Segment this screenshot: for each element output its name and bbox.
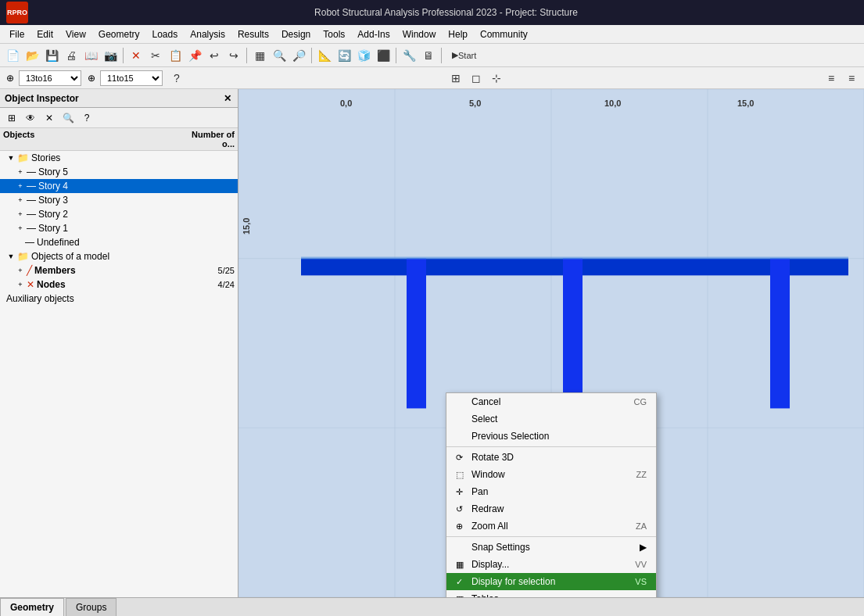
menu-edit[interactable]: Edit xyxy=(30,27,59,41)
tree-item-aux[interactable]: Auxiliary objects xyxy=(0,292,238,306)
ctx-zoom-all[interactable]: ⊕ Zoom All ZA xyxy=(446,518,656,535)
tb-delete[interactable]: ✕ xyxy=(127,46,145,65)
tree-item-story2[interactable]: + — Story 2 xyxy=(0,207,238,221)
expander-members[interactable]: + xyxy=(16,266,25,275)
tb-extra2[interactable]: ≡ xyxy=(842,69,861,88)
tb-display[interactable]: 🖥 xyxy=(419,46,438,65)
tb-cut[interactable]: ✂ xyxy=(146,46,165,65)
insp-tb-search[interactable]: 🔍 xyxy=(59,110,77,126)
context-menu: Cancel CG Select Previous Selection ⟳ Ro… xyxy=(446,392,657,597)
tb-view3d[interactable]: 🧊 xyxy=(354,46,373,65)
tb-paste[interactable]: 📌 xyxy=(185,46,204,65)
menu-geometry[interactable]: Geometry xyxy=(92,27,146,41)
ctx-cancel[interactable]: Cancel CG xyxy=(446,393,656,410)
tb-rotate[interactable]: 🔄 xyxy=(335,46,353,65)
tab-groups[interactable]: Groups xyxy=(66,598,117,616)
tree-item-members[interactable]: + ╱ Members 5/25 xyxy=(0,263,238,278)
sep4 xyxy=(396,48,396,63)
tree-item-stories[interactable]: ▼ 📁 Stories xyxy=(0,151,238,165)
expander-story3[interactable]: + xyxy=(16,195,25,205)
insp-tb-delete[interactable]: ✕ xyxy=(41,110,58,126)
tb-open[interactable]: 📂 xyxy=(23,46,41,65)
menu-design[interactable]: Design xyxy=(275,27,317,41)
app-title: Robot Structural Analysis Professional 2… xyxy=(34,7,858,18)
expander-story5[interactable]: + xyxy=(16,167,25,177)
ctx-rotate3d[interactable]: ⟳ Rotate 3D xyxy=(446,449,656,466)
expander-story4[interactable]: + xyxy=(16,181,25,191)
expander-objects[interactable]: ▼ xyxy=(6,252,16,261)
selector2-dropdown[interactable]: 11to15 xyxy=(100,70,163,86)
undefined-icon: — xyxy=(25,237,34,248)
canvas-area[interactable]: 0,0 5,0 10,0 15,0 15,0 xyxy=(238,89,864,597)
display-icon: ▦ xyxy=(456,560,468,570)
inspector-close[interactable]: ✕ xyxy=(222,93,233,104)
ctx-display-selection[interactable]: ✓ Display for selection VS xyxy=(446,573,656,590)
tb-redo[interactable]: ↪ xyxy=(224,46,243,65)
insp-tb-help[interactable]: ? xyxy=(78,110,95,126)
tb-new[interactable]: 📄 xyxy=(3,46,22,65)
tb-view-box[interactable]: ◻ xyxy=(467,69,486,88)
ctx-redraw[interactable]: ↺ Redraw xyxy=(446,500,656,518)
menu-bar: File Edit View Geometry Loads Analysis R… xyxy=(0,25,864,44)
expander-story1[interactable]: + xyxy=(16,224,25,233)
expander-nodes[interactable]: + xyxy=(16,280,25,289)
sep5 xyxy=(441,48,442,63)
menu-window[interactable]: Window xyxy=(396,27,443,41)
main-toolbar: 📄 📂 💾 🖨 📖 📷 ✕ ✂ 📋 📌 ↩ ↪ ▦ 🔍 🔎 📐 🔄 🧊 ⬛ 🔧 … xyxy=(0,44,864,67)
tab-geometry[interactable]: Geometry xyxy=(0,598,64,616)
tb-view-settings[interactable]: ⊞ xyxy=(446,69,465,88)
tree-item-objects[interactable]: ▼ 📁 Objects of a model xyxy=(0,249,238,263)
ctx-snap-settings[interactable]: Snap Settings ▶ xyxy=(446,539,656,556)
menu-analysis[interactable]: Analysis xyxy=(184,27,231,41)
tb-undo[interactable]: ↩ xyxy=(205,46,224,65)
tb-print[interactable]: 🖨 xyxy=(62,46,81,65)
ctx-pan[interactable]: ✛ Pan xyxy=(446,483,656,500)
insp-tb-filter[interactable]: ⊞ xyxy=(3,110,20,126)
tree-item-nodes[interactable]: + ✕ Nodes 4/24 xyxy=(0,278,238,292)
tb-screenshot[interactable]: 📷 xyxy=(101,46,120,65)
insp-tb-visible[interactable]: 👁 xyxy=(22,110,39,126)
menu-results[interactable]: Results xyxy=(231,27,275,41)
menu-loads[interactable]: Loads xyxy=(146,27,185,41)
help-btn[interactable]: ? xyxy=(167,69,186,88)
story2-icon: — xyxy=(27,209,36,220)
members-icon: ╱ xyxy=(27,265,32,276)
tb-measure[interactable]: 📐 xyxy=(315,46,334,65)
selector1-dropdown[interactable]: 13to16 xyxy=(19,70,81,86)
tb-grid[interactable]: ▦ xyxy=(250,46,269,65)
tb-view2d[interactable]: ⬛ xyxy=(374,46,393,65)
ctx-window[interactable]: ⬚ Window ZZ xyxy=(446,466,656,483)
tree-item-story4[interactable]: + — Story 4 xyxy=(0,179,238,193)
tree-item-story5[interactable]: + — Story 5 xyxy=(0,165,238,179)
tb-start[interactable]: ▶ Start xyxy=(445,46,483,65)
tb-extra1[interactable]: ≡ xyxy=(822,69,841,88)
expander-stories[interactable]: ▼ xyxy=(6,153,16,163)
menu-community[interactable]: Community xyxy=(474,27,534,41)
redraw-icon: ↺ xyxy=(456,504,468,514)
expander-story2[interactable]: + xyxy=(16,210,25,219)
tb-save[interactable]: 💾 xyxy=(42,46,61,65)
menu-tools[interactable]: Tools xyxy=(317,27,351,41)
tb-node-icon[interactable]: ⊹ xyxy=(487,69,506,88)
tb-zoom-in[interactable]: 🔍 xyxy=(270,46,289,65)
sep1 xyxy=(123,48,124,63)
tb-zoom-sel[interactable]: 🔎 xyxy=(289,46,308,65)
tree-item-story1[interactable]: + — Story 1 xyxy=(0,221,238,235)
ctx-prev-selection[interactable]: Previous Selection xyxy=(446,428,656,445)
ctx-select[interactable]: Select xyxy=(446,410,656,428)
ctx-tables[interactable]: ▦ Tables... xyxy=(446,590,656,597)
col-number-header: Number of o... xyxy=(188,130,235,149)
tb-settings[interactable]: 🔧 xyxy=(400,46,418,65)
tree-item-undefined[interactable]: — Undefined xyxy=(0,235,238,249)
object-inspector: Object Inspector ✕ ⊞ 👁 ✕ 🔍 ? Objects Num… xyxy=(0,89,238,597)
menu-view[interactable]: View xyxy=(59,27,92,41)
tb-book[interactable]: 📖 xyxy=(81,46,100,65)
objects-icon: 📁 xyxy=(17,251,29,262)
story3-icon: — xyxy=(27,195,36,206)
menu-file[interactable]: File xyxy=(3,27,30,41)
menu-help[interactable]: Help xyxy=(442,27,474,41)
tree-item-story3[interactable]: + — Story 3 xyxy=(0,193,238,207)
tb-copy[interactable]: 📋 xyxy=(166,46,185,65)
ctx-display[interactable]: ▦ Display... VV xyxy=(446,556,656,573)
menu-addins[interactable]: Add-Ins xyxy=(351,27,396,41)
